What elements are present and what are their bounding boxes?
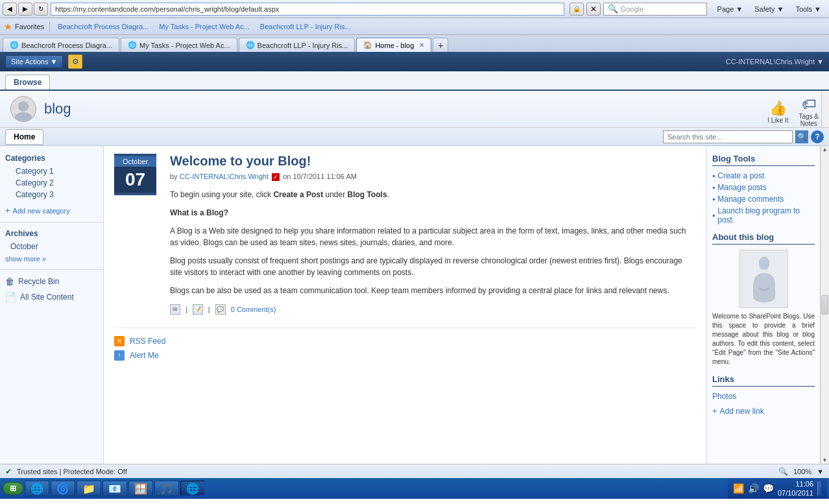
quicklink-1[interactable]: Beachcroft Process Diagra...: [55, 23, 151, 30]
post-icon-2[interactable]: 📝: [193, 304, 203, 315]
post-icon-1[interactable]: ✉: [170, 304, 180, 315]
quicklink-3[interactable]: Beachcroft LLP - Injury Ris...: [258, 23, 354, 30]
like-icon: 👍: [769, 100, 787, 117]
browser-statusbar: ✔ Trusted sites | Protected Mode: Off 🔍 …: [0, 464, 829, 478]
blog-tools-title: Blog Tools: [712, 154, 815, 166]
author-link[interactable]: CC-INTERNAL\Chris.Wright: [180, 173, 269, 180]
forward-button[interactable]: ▶: [18, 3, 32, 16]
scroll-thumb[interactable]: [821, 295, 828, 315]
taskbar-item-3[interactable]: 📁: [77, 481, 101, 496]
user-info[interactable]: CC-INTERNAL\Chris.Wright ▼: [726, 58, 824, 66]
security-icon: 🔒: [570, 3, 584, 16]
scrollbar-track[interactable]: [821, 91, 829, 127]
sidebar-item-october[interactable]: October: [0, 241, 103, 252]
start-button[interactable]: ⊞: [3, 482, 23, 495]
browser-nav-buttons[interactable]: ◀ ▶ ↻: [3, 3, 48, 16]
add-link-button[interactable]: + Add new link: [712, 406, 815, 416]
safety-menu[interactable]: Safety ▼: [749, 4, 789, 14]
show-more-button[interactable]: show more »: [0, 252, 103, 265]
taskbar-icon-6: 🎵: [160, 483, 173, 495]
windows-icon: ⊞: [10, 484, 16, 493]
back-button[interactable]: ◀: [3, 3, 17, 16]
tab-4-label: Home - blog: [375, 42, 414, 49]
sidebar-item-category1[interactable]: Category 1: [5, 165, 98, 177]
plus-icon-1: ▪: [712, 171, 715, 180]
manage-posts-link[interactable]: ▪ Manage posts: [712, 183, 815, 192]
tab-4-close[interactable]: ✕: [419, 42, 424, 49]
sharepoint-icon-button[interactable]: ⚙: [68, 54, 82, 69]
post-title[interactable]: Welcome to your Blog!: [170, 154, 696, 169]
manage-comments-link[interactable]: ▪ Manage comments: [712, 195, 815, 204]
search-button[interactable]: 🔍: [795, 130, 808, 143]
address-text: https://my.contentandcode.com/personal/c…: [55, 5, 279, 13]
scroll-down-button[interactable]: ▼: [823, 457, 828, 463]
date-box: October 07: [114, 154, 156, 195]
tags-notes-button[interactable]: 🏷 Tags & Notes: [799, 96, 819, 127]
taskbar-item-4[interactable]: 📧: [102, 481, 127, 496]
zoom-dropdown[interactable]: ▼: [817, 468, 824, 475]
sidebar-item-category2[interactable]: Category 2: [5, 177, 98, 189]
svg-point-0: [18, 101, 29, 112]
pipe-2: |: [208, 306, 210, 313]
search-input[interactable]: [663, 130, 793, 143]
taskbar-item-2[interactable]: 🌀: [51, 481, 75, 496]
taskbar-item-7[interactable]: 🌐: [180, 481, 205, 496]
address-bar[interactable]: https://my.contentandcode.com/personal/c…: [51, 3, 564, 16]
photos-link[interactable]: Photos: [712, 392, 815, 401]
nav-tab-home[interactable]: Home: [5, 129, 43, 145]
tags-label: Tags & Notes: [799, 113, 819, 127]
launch-blog-link[interactable]: ▪ Launch blog program to post: [712, 206, 815, 224]
tab-browse[interactable]: Browse: [5, 75, 50, 90]
ie-scrollbar[interactable]: ▲ ▼: [820, 146, 829, 464]
all-content-label: All Site Content: [20, 293, 74, 302]
sidebar-item-category3[interactable]: Category 3: [5, 189, 98, 200]
quicklink-2[interactable]: My Tasks - Project Web Ac...: [156, 23, 252, 30]
tab-1[interactable]: 🌐 Beachcroft Process Diagra...: [3, 38, 119, 52]
browser-titlebar: ◀ ▶ ↻ https://my.contentandcode.com/pers…: [0, 0, 829, 18]
taskbar: ⊞ 🌐 🌀 📁 📧 🪟 🎵 🌐 📶 🔊 💬 11:06 07/10/2011: [0, 478, 829, 499]
scroll-up-button[interactable]: ▲: [823, 147, 828, 152]
taskbar-icon-5: 🪟: [134, 483, 147, 495]
tags-icon: 🏷: [802, 96, 816, 113]
rss-feed-link[interactable]: R RSS Feed: [114, 336, 696, 346]
tools-menu[interactable]: Tools ▼: [790, 4, 826, 14]
browser-search-bar[interactable]: 🔍 Google: [603, 3, 707, 16]
page-menu[interactable]: Page ▼: [712, 4, 749, 14]
refresh-stop-button[interactable]: ✕: [586, 3, 601, 16]
post-meta: by CC-INTERNAL\Chris.Wright ✓ on 10/7/20…: [170, 173, 696, 181]
sidebar-divider-1: [0, 222, 103, 222]
taskbar-item-1[interactable]: 🌐: [25, 481, 49, 496]
taskbar-item-5[interactable]: 🪟: [128, 481, 153, 496]
site-actions-button[interactable]: Site Actions ▼: [5, 55, 63, 68]
favorites-button[interactable]: ★ Favorites: [4, 21, 44, 32]
all-site-content-link[interactable]: 📄 All Site Content: [0, 289, 103, 305]
post-icon-3[interactable]: 💬: [215, 304, 226, 315]
nav-home-label: Home: [14, 132, 35, 141]
create-post-link[interactable]: ▪ Create a post: [712, 171, 815, 180]
i-like-it-button[interactable]: 👍 I Like It: [767, 100, 788, 124]
taskbar-item-6[interactable]: 🎵: [154, 481, 179, 496]
tab-3[interactable]: 🌐 Beachcroft LLP - Injury Ris...: [239, 38, 355, 52]
tab-3-label: Beachcroft LLP - Injury Ris...: [258, 42, 348, 49]
user-name: CC-INTERNAL\Chris.Wright ▼: [726, 58, 824, 66]
help-button[interactable]: ?: [811, 130, 824, 143]
search-engine-label: Google: [621, 5, 643, 13]
recycle-bin-link[interactable]: 🗑 Recycle Bin: [0, 274, 103, 289]
volume-icon: 🔊: [748, 483, 759, 494]
tab-4-active[interactable]: 🏠 Home - blog ✕: [356, 38, 431, 52]
tab-2[interactable]: 🌐 My Tasks - Project Web Ac...: [121, 38, 237, 52]
comments-link[interactable]: 0 Comment(s): [231, 306, 276, 313]
add-category-button[interactable]: + Add new category: [0, 203, 103, 218]
svg-point-1: [15, 112, 32, 121]
add-category-icon: +: [5, 206, 10, 215]
sp-search[interactable]: 🔍 ?: [663, 130, 824, 143]
tab-2-favicon: 🌐: [128, 41, 137, 49]
show-desktop-button[interactable]: [817, 481, 821, 496]
refresh-button[interactable]: ↻: [34, 3, 48, 16]
browser-tabs: 🌐 Beachcroft Process Diagra... 🌐 My Task…: [0, 35, 829, 52]
new-tab-button[interactable]: +: [433, 38, 448, 52]
alert-me-link[interactable]: ! Alert Me: [114, 350, 696, 361]
sp-page-header: blog 👍 I Like It 🏷 Tags & Notes: [0, 91, 829, 128]
blog-tools-bold: Blog Tools: [347, 190, 387, 199]
post-footer: ✉ | 📝 | 💬 0 Comment(s): [170, 304, 696, 315]
